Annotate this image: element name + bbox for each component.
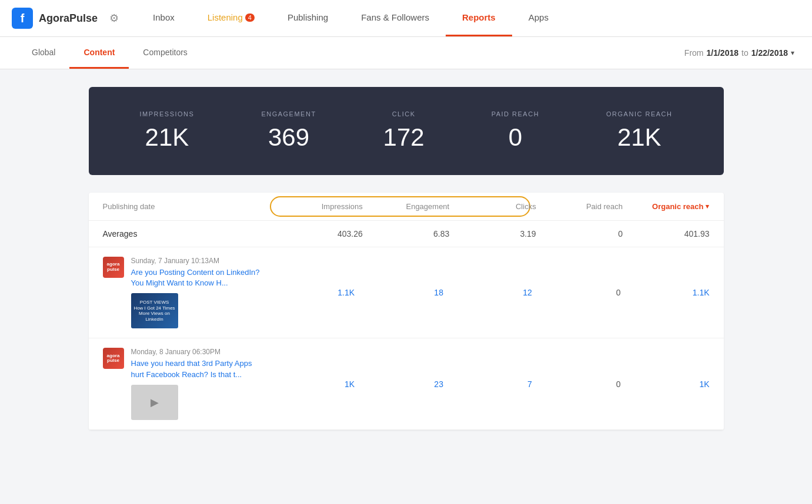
post-row-2: agora pulse Monday, 8 January 06:30PM Ha… <box>89 338 724 429</box>
date-filter[interactable]: From 1/1/2018 to 1/22/2018 ▾ <box>684 48 794 58</box>
settings-button[interactable]: ⚙ <box>109 12 119 25</box>
avg-organic-reach: 401.93 <box>623 229 709 238</box>
post1-engagement: 18 <box>362 288 443 297</box>
post2-paid-reach: 0 <box>539 379 621 389</box>
post-date-2: Monday, 8 January 06:30PM <box>131 348 266 356</box>
post-info-1: Sunday, 7 January 10:13AM Are you Postin… <box>131 257 266 328</box>
stat-organic-reach: ORGANIC REACH 21K <box>606 110 672 152</box>
chevron-down-icon: ▾ <box>791 49 794 57</box>
listening-badge: 4 <box>245 14 255 22</box>
tab-content[interactable]: Content <box>69 37 129 69</box>
nav-item-reports[interactable]: Reports <box>446 0 512 36</box>
sub-navigation: Global Content Competitors From 1/1/2018… <box>0 37 812 69</box>
nav-item-apps[interactable]: Apps <box>512 0 565 36</box>
nav-item-inbox[interactable]: Inbox <box>136 0 191 36</box>
post-avatar-2: agora pulse <box>103 348 124 369</box>
th-engagement: Engagement <box>363 202 449 211</box>
nav-item-listening[interactable]: Listening 4 <box>191 0 271 36</box>
th-impressions: Impressions <box>276 202 362 211</box>
stat-organic-reach-label: ORGANIC REACH <box>606 110 672 117</box>
avg-engagement: 6.83 <box>363 229 449 238</box>
post-date-1: Sunday, 7 January 10:13AM <box>131 257 266 265</box>
post-title-2[interactable]: Have you heard that 3rd Party Apps hurt … <box>131 358 266 379</box>
date-separator: to <box>741 48 748 58</box>
nav-item-publishing[interactable]: Publishing <box>271 0 345 36</box>
post1-impressions: 1.1K <box>273 288 355 297</box>
stat-impressions-label: IMPRESSIONS <box>139 110 194 117</box>
content-table: Publishing date Impressions Engagement C… <box>89 193 724 430</box>
stat-engagement-label: ENGAGEMENT <box>261 110 316 117</box>
sort-chevron-icon: ▾ <box>706 203 709 210</box>
stat-click-value: 172 <box>383 123 425 152</box>
post1-paid-reach: 0 <box>539 288 621 297</box>
post-left-2: agora pulse Monday, 8 January 06:30PM Ha… <box>103 348 266 419</box>
facebook-icon: f <box>12 8 33 29</box>
stat-impressions-value: 21K <box>139 123 194 152</box>
post-thumbnail-2: ▶ <box>131 385 178 420</box>
avg-impressions: 403.26 <box>276 229 362 238</box>
brand-logo[interactable]: f AgoraPulse <box>12 8 98 29</box>
tab-competitors[interactable]: Competitors <box>129 37 201 69</box>
top-navigation: f AgoraPulse ⚙ Inbox Listening 4 Publish… <box>0 0 812 37</box>
th-clicks: Clicks <box>449 202 536 211</box>
table-header: Publishing date Impressions Engagement C… <box>89 193 724 221</box>
brand-name: AgoraPulse <box>39 12 98 25</box>
avg-paid-reach: 0 <box>536 229 623 238</box>
post2-clicks: 7 <box>450 379 532 389</box>
date-from: 1/1/2018 <box>707 48 739 58</box>
avg-clicks: 3.19 <box>449 229 536 238</box>
post-info-2: Monday, 8 January 06:30PM Have you heard… <box>131 348 266 419</box>
post1-organic-reach: 1.1K <box>628 288 710 297</box>
post2-engagement: 23 <box>362 379 443 389</box>
stat-paid-reach-label: PAID REACH <box>492 110 539 117</box>
post-title-1[interactable]: Are you Posting Content on LinkedIn? You… <box>131 267 266 288</box>
post2-organic-reach: 1K <box>628 379 710 389</box>
stat-engagement-value: 369 <box>261 123 316 152</box>
averages-row: Averages 403.26 6.83 3.19 0 401.93 <box>89 221 724 247</box>
post-thumbnail-1: POST VIEWSHow I Got 24 Times More Views … <box>131 293 178 328</box>
stat-paid-reach-value: 0 <box>492 123 539 152</box>
sub-nav-tabs: Global Content Competitors <box>18 37 202 69</box>
stat-impressions: IMPRESSIONS 21K <box>139 110 194 152</box>
post-avatar-1: agora pulse <box>103 257 124 278</box>
tab-global[interactable]: Global <box>18 37 69 69</box>
post-row-1: agora pulse Sunday, 7 January 10:13AM Ar… <box>89 247 724 338</box>
stat-paid-reach: PAID REACH 0 <box>492 110 539 152</box>
th-publishing-date: Publishing date <box>103 202 276 211</box>
post-left-1: agora pulse Sunday, 7 January 10:13AM Ar… <box>103 257 266 328</box>
th-organic-reach[interactable]: Organic reach ▾ <box>623 202 709 211</box>
stat-click: CLICK 172 <box>383 110 425 152</box>
stat-organic-reach-value: 21K <box>606 123 672 152</box>
play-icon: ▶ <box>151 396 159 409</box>
stats-banner: IMPRESSIONS 21K ENGAGEMENT 369 CLICK 172… <box>89 87 724 175</box>
nav-item-fans[interactable]: Fans & Followers <box>345 0 446 36</box>
date-to: 1/22/2018 <box>751 48 788 58</box>
nav-links: Inbox Listening 4 Publishing Fans & Foll… <box>136 0 565 36</box>
stat-click-label: CLICK <box>383 110 425 117</box>
averages-label: Averages <box>103 229 276 238</box>
post1-clicks: 12 <box>450 288 532 297</box>
stat-engagement: ENGAGEMENT 369 <box>261 110 316 152</box>
th-paid-reach: Paid reach <box>536 202 623 211</box>
main-content: IMPRESSIONS 21K ENGAGEMENT 369 CLICK 172… <box>54 69 759 448</box>
date-prefix: From <box>684 48 704 58</box>
post2-impressions: 1K <box>273 379 355 389</box>
